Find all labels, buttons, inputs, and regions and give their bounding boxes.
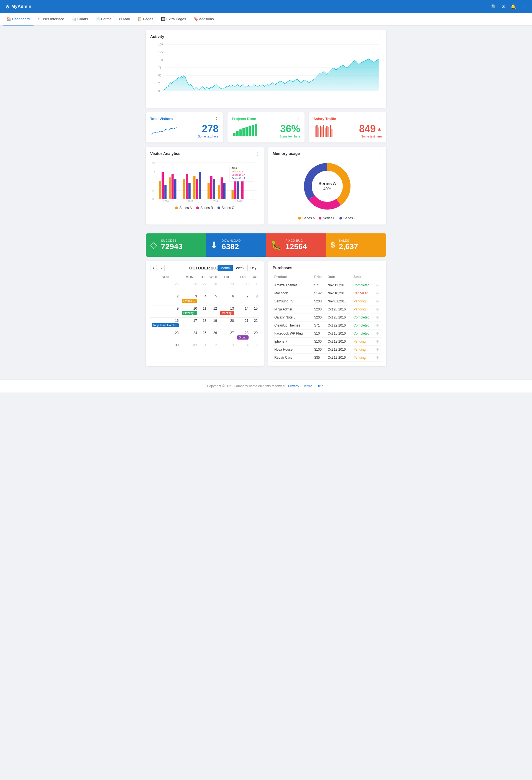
- cal-day[interactable]: 1: [250, 281, 259, 293]
- memory-usage-menu[interactable]: ⋮: [377, 151, 382, 157]
- cal-day[interactable]: 11: [199, 305, 208, 318]
- cal-day[interactable]: 18: [199, 318, 208, 330]
- cal-day[interactable]: 19: [208, 318, 219, 330]
- stat-total-visitors: Total Visitors ⋮ 278 Some text here: [146, 112, 223, 142]
- cal-day[interactable]: 7: [235, 293, 250, 305]
- calendar-prev-btn[interactable]: ‹: [150, 265, 157, 272]
- cal-day[interactable]: 29: [250, 330, 259, 342]
- cal-day[interactable]: 15: [250, 305, 259, 318]
- metric-fixed-bug-info: FIXED BUG 12564: [285, 239, 307, 251]
- purchase-action[interactable]: ⚙: [374, 313, 382, 322]
- nav-mail[interactable]: ✉ Mail: [115, 13, 134, 26]
- nav-pages[interactable]: 📋 Pages: [134, 13, 157, 26]
- nav-user-interface[interactable]: ✦ User Interface: [34, 13, 68, 26]
- search-icon[interactable]: 🔍: [491, 4, 497, 9]
- cal-day[interactable]: 10Birthday: [180, 305, 199, 318]
- cal-day[interactable]: 3: [219, 342, 235, 354]
- calendar-month-btn[interactable]: Month: [217, 265, 233, 271]
- visitor-analytics-menu[interactable]: ⋮: [255, 151, 260, 157]
- svg-text:5: 5: [152, 189, 154, 192]
- nav-dashboard[interactable]: 🏠 Dashboard: [3, 13, 34, 26]
- cal-day[interactable]: 20: [219, 318, 235, 330]
- cal-day[interactable]: 31: [180, 342, 199, 354]
- cal-day[interactable]: 17: [180, 318, 199, 330]
- cal-day[interactable]: 27: [199, 281, 208, 293]
- cal-day[interactable]: 13Meeting: [219, 305, 235, 318]
- stat-menu-salary[interactable]: ⋮: [377, 116, 382, 122]
- calendar-week-btn[interactable]: Week: [233, 265, 247, 271]
- purchase-date: Nov 10,2016: [326, 289, 352, 297]
- cal-header-mon: MON: [180, 274, 199, 281]
- purchase-action[interactable]: ⚙: [374, 322, 382, 330]
- table-row: 23 24 25 26 27 28Group 29: [150, 330, 259, 342]
- cal-day[interactable]: 9: [150, 305, 180, 318]
- purchase-action[interactable]: ⚙: [374, 354, 382, 362]
- cal-day[interactable]: 27: [219, 330, 235, 342]
- purchases-menu[interactable]: ⋮: [377, 265, 382, 271]
- footer-privacy[interactable]: Privacy: [288, 384, 299, 388]
- cal-day[interactable]: 3Events C: [180, 293, 199, 305]
- cal-day[interactable]: 22: [250, 318, 259, 330]
- svg-rect-63: [221, 178, 223, 199]
- nav-extra-pages[interactable]: 🔲 Extra Pages: [157, 13, 190, 26]
- col-state: State: [352, 273, 375, 281]
- cal-day[interactable]: 1: [199, 342, 208, 354]
- table-row: 16NinjaTeam Events 17 18 19 20 21 22: [150, 318, 259, 330]
- metric-sales-label: SALES: [339, 239, 358, 242]
- purchase-action[interactable]: ⚙: [374, 338, 382, 346]
- cal-day[interactable]: 2: [208, 342, 219, 354]
- cal-day[interactable]: 28: [208, 281, 219, 293]
- table-row: Ninja Admin $200 Oct 28,2016 Pending ⚙: [273, 305, 382, 313]
- cal-day[interactable]: 6: [219, 293, 235, 305]
- purchase-action[interactable]: ⚙: [374, 281, 382, 289]
- cal-day[interactable]: 26: [208, 330, 219, 342]
- cal-day[interactable]: 29: [219, 281, 235, 293]
- purchase-action[interactable]: ⚙: [374, 305, 382, 313]
- purchase-action[interactable]: ⚙: [374, 330, 382, 338]
- stat-salary-traffic: Salary Traffic ⋮: [309, 112, 386, 142]
- svg-rect-55: [189, 183, 191, 199]
- cal-day[interactable]: 30: [150, 342, 180, 354]
- cal-day[interactable]: 26: [180, 281, 199, 293]
- user-icon[interactable]: 👤: [521, 4, 526, 9]
- purchase-action[interactable]: ⚙: [374, 289, 382, 297]
- svg-point-77: [312, 171, 342, 201]
- cal-day[interactable]: 23: [150, 330, 180, 342]
- metric-sales-value: 2,637: [339, 242, 358, 251]
- calendar-day-btn[interactable]: Day: [248, 265, 259, 271]
- cal-day[interactable]: 25: [150, 281, 180, 293]
- mail-icon[interactable]: ✉: [502, 4, 506, 9]
- calendar-next-btn[interactable]: ›: [158, 265, 165, 272]
- cal-day[interactable]: 28Group: [235, 330, 250, 342]
- bell-icon[interactable]: 🔔: [511, 4, 516, 9]
- cal-day[interactable]: 5: [208, 293, 219, 305]
- purchase-action[interactable]: ⚙: [374, 297, 382, 305]
- cal-day[interactable]: 5: [250, 342, 259, 354]
- cal-day[interactable]: 4: [235, 342, 250, 354]
- stat-menu-visitors[interactable]: ⋮: [214, 116, 219, 122]
- cal-day[interactable]: 8: [250, 293, 259, 305]
- nav-charts[interactable]: 📊 Charts: [68, 13, 92, 26]
- cal-day[interactable]: 24: [180, 330, 199, 342]
- salary-bars: [313, 124, 359, 138]
- stats-row: Total Visitors ⋮ 278 Some text here Proj…: [146, 112, 386, 142]
- footer-terms[interactable]: Terms: [303, 384, 312, 388]
- purchase-action[interactable]: ⚙: [374, 346, 382, 354]
- cal-day[interactable]: 25: [199, 330, 208, 342]
- cal-day[interactable]: 2: [150, 293, 180, 305]
- cal-day[interactable]: 30: [235, 281, 250, 293]
- nav-additions[interactable]: 🔖 Additions: [190, 13, 217, 26]
- cal-day[interactable]: 21: [235, 318, 250, 330]
- footer-help[interactable]: Help: [317, 384, 324, 388]
- purchase-date: Nov 01,2016: [326, 297, 352, 305]
- calendar-card: ‹ › OCTOBER 2016 Month Week Day SUN MON …: [146, 261, 264, 366]
- activity-menu[interactable]: ⋮: [377, 34, 382, 40]
- stat-menu-projects[interactable]: ⋮: [296, 116, 301, 122]
- cal-day[interactable]: 16NinjaTeam Events: [150, 318, 180, 330]
- svg-rect-61: [213, 179, 215, 199]
- nav-forms[interactable]: 📄 Forms: [92, 13, 115, 26]
- cal-day[interactable]: 14: [235, 305, 250, 318]
- cal-day[interactable]: 4: [199, 293, 208, 305]
- cal-day[interactable]: 12: [208, 305, 219, 318]
- col-price: Price: [313, 273, 326, 281]
